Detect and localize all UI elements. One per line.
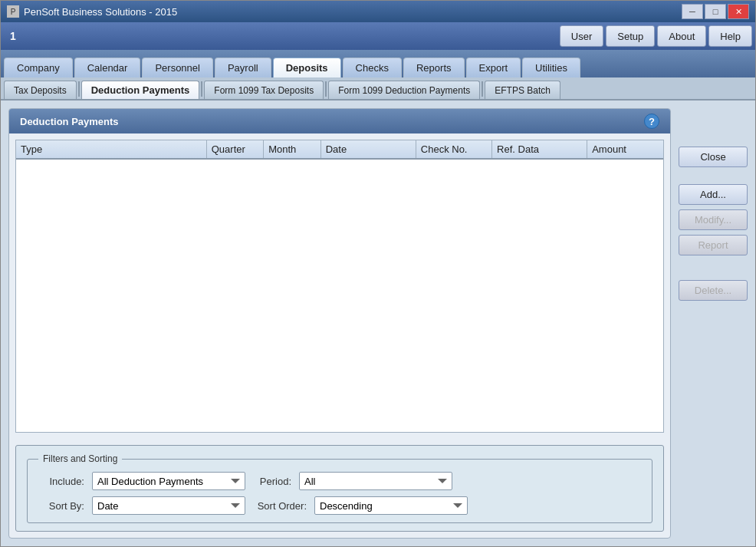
menu-bar-right: User Setup About Help (560, 25, 752, 47)
main-window: P PenSoft Business Solutions - 2015 ─ □ … (0, 0, 756, 547)
col-header-checkno: Check No. (416, 140, 491, 159)
add-button[interactable]: Add... (679, 184, 748, 205)
filters-section: Filters and Sorting Include: All Deducti… (15, 445, 664, 532)
col-header-type: Type (16, 140, 206, 159)
subtab-deduction-payments[interactable]: Deduction Payments (81, 81, 200, 99)
menu-bar-left: 1 (4, 30, 22, 42)
col-header-month: Month (264, 140, 320, 159)
maximize-button[interactable]: □ (705, 4, 726, 19)
close-button[interactable]: Close (679, 147, 748, 167)
panel-header: Deduction Payments ? (9, 109, 670, 133)
tab-export[interactable]: Export (466, 58, 521, 77)
include-select[interactable]: All Deduction Payments Selected Deductio… (92, 472, 245, 490)
panel-title: Deduction Payments (20, 116, 119, 127)
sortby-filter-row: Sort By: Date Type Amount Check No. Sort… (38, 496, 641, 515)
subtab-separator-1 (78, 81, 80, 97)
sortorder-label: Sort Order: (253, 500, 307, 512)
payments-table-element: Type Quarter Month Date Check No. Ref. D… (16, 140, 663, 160)
filters-fieldset: Filters and Sorting Include: All Deducti… (27, 453, 652, 523)
tab-payroll[interactable]: Payroll (215, 58, 271, 77)
window-controls: ─ □ ✕ (682, 4, 749, 19)
col-header-amount: Amount (587, 140, 663, 159)
tab-company[interactable]: Company (4, 58, 73, 77)
table-header-row: Type Quarter Month Date Check No. Ref. D… (16, 140, 663, 159)
about-button[interactable]: About (657, 25, 706, 47)
menu-bar: 1 User Setup About Help (1, 22, 755, 50)
minimize-button[interactable]: ─ (682, 4, 703, 19)
main-content: Deduction Payments ? Type Quarter Month … (1, 101, 755, 546)
tab-calendar[interactable]: Calendar (74, 58, 141, 77)
report-button[interactable]: Report (679, 235, 748, 255)
tab-utilities[interactable]: Utilities (522, 58, 580, 77)
window-close-button[interactable]: ✕ (728, 4, 749, 19)
sortby-label: Sort By: (38, 500, 84, 512)
subtab-tax-deposits[interactable]: Tax Deposits (4, 81, 77, 99)
col-header-refdata: Ref. Data (492, 140, 587, 159)
help-button[interactable]: Help (708, 25, 752, 47)
col-header-date: Date (320, 140, 416, 159)
help-icon-button[interactable]: ? (644, 114, 659, 129)
subtab-separator-2 (201, 81, 202, 97)
tab-reports[interactable]: Reports (403, 58, 465, 77)
user-button[interactable]: User (560, 25, 603, 47)
include-filter-row: Include: All Deduction Payments Selected… (38, 472, 641, 490)
setup-button[interactable]: Setup (606, 25, 655, 47)
window-title: PenSoft Business Solutions - 2015 (24, 6, 177, 18)
tab-deposits[interactable]: Deposits (273, 58, 341, 77)
sortorder-select[interactable]: Descending Ascending (314, 496, 468, 515)
title-bar: P PenSoft Business Solutions - 2015 ─ □ … (1, 1, 755, 22)
deduction-payments-panel: Deduction Payments ? Type Quarter Month … (8, 108, 671, 539)
col-header-quarter: Quarter (206, 140, 263, 159)
subtab-form1099-deduction-payments[interactable]: Form 1099 Deduction Payments (328, 81, 480, 99)
filters-legend-label: Filters and Sorting (38, 453, 122, 464)
side-buttons: Close Add... Modify... Report Delete... (679, 108, 748, 539)
modify-button[interactable]: Modify... (679, 209, 748, 230)
sub-tabs: Tax Deposits Deduction Payments Form 109… (1, 77, 755, 101)
deduction-payments-table: Type Quarter Month Date Check No. Ref. D… (15, 140, 664, 433)
sortby-select[interactable]: Date Type Amount Check No. (92, 496, 245, 515)
tab-checks[interactable]: Checks (343, 58, 402, 77)
subtab-eftps-batch[interactable]: EFTPS Batch (485, 81, 560, 99)
delete-button[interactable]: Delete... (679, 280, 748, 301)
period-select[interactable]: All Current Quarter Current Month (299, 472, 452, 490)
nav-tabs: Company Calendar Personnel Payroll Depos… (1, 50, 755, 77)
app-icon: P (7, 5, 19, 18)
subtab-form1099-tax-deposits[interactable]: Form 1099 Tax Deposits (204, 81, 324, 99)
include-label: Include: (38, 476, 84, 487)
subtab-separator-3 (325, 81, 327, 97)
title-bar-left: P PenSoft Business Solutions - 2015 (7, 5, 177, 18)
subtab-separator-4 (482, 81, 483, 97)
side-top-section: Close (679, 147, 748, 167)
tab-personnel[interactable]: Personnel (142, 58, 213, 77)
period-label: Period: (253, 476, 291, 487)
window-number: 1 (4, 30, 22, 42)
